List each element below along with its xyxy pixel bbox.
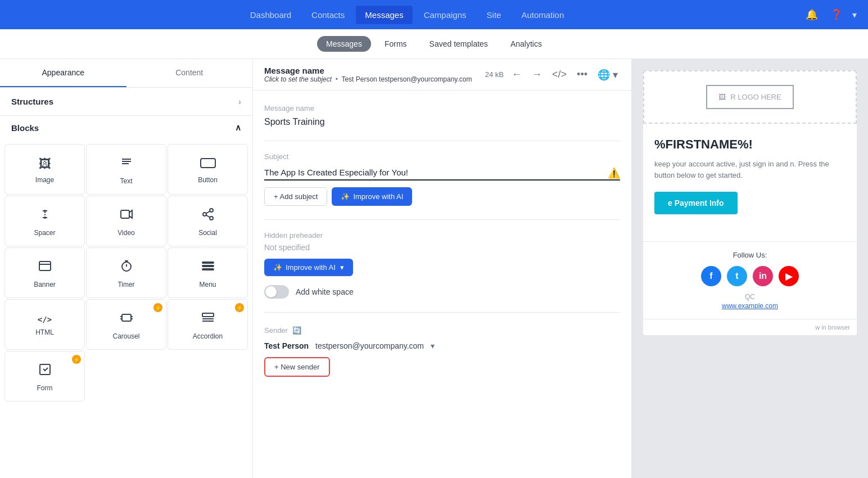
sub-navigation: Messages Forms Saved templates Analytics [0, 29, 868, 59]
subnav-forms[interactable]: Forms [376, 36, 416, 52]
logo-icon: 🖼 [718, 93, 726, 101]
nav-link-automation[interactable]: Automation [512, 6, 573, 24]
message-name-section: Message name Sports Training [264, 104, 620, 127]
improve-ai-preheader-button[interactable]: ✨ Improve with AI ▾ [264, 259, 353, 276]
message-header-info: Message name Click to set the subject • … [264, 66, 472, 83]
svg-rect-24 [202, 269, 214, 270]
block-form-label: Form [37, 384, 53, 392]
subject-actions: + Add subject ✨ Improve with AI [264, 187, 620, 206]
block-banner[interactable]: Banner [4, 247, 85, 298]
refresh-icon[interactable]: 🔄 [292, 326, 301, 335]
tab-content[interactable]: Content [126, 59, 253, 87]
message-name-value: Sports Training [264, 117, 620, 127]
preheader-section: Hidden preheader Not specified ✨ Improve… [264, 231, 620, 299]
preview-heading: %FIRSTNAME%! [654, 137, 846, 152]
sender-dropdown-chevron-icon[interactable]: ▾ [431, 341, 435, 350]
preview-footer: w in browser [643, 319, 857, 335]
more-options-button[interactable]: ••• [575, 66, 590, 83]
instagram-icon: in [753, 266, 773, 286]
improve-ai-subject-button[interactable]: ✨ Improve with AI [332, 187, 412, 206]
profile-dropdown-chevron[interactable]: ▾ [852, 10, 857, 20]
preview-text: keep your account active, just sign in a… [654, 159, 846, 181]
structures-label: Structures [11, 97, 53, 106]
block-image[interactable]: 🖼 Image [4, 144, 85, 195]
svg-rect-23 [202, 265, 214, 267]
form-badge: ⚡ [72, 355, 81, 364]
form-panel: Message name Click to set the subject • … [253, 59, 632, 478]
preview-qc: QC [652, 293, 848, 301]
toggle-knob [265, 286, 277, 297]
nav-link-messages[interactable]: Messages [356, 6, 412, 24]
block-form[interactable]: ⚡ Form [4, 351, 85, 402]
main-layout: Appearance Content Structures › Blocks ∧… [0, 59, 868, 478]
add-subject-button[interactable]: + Add subject [264, 187, 327, 206]
white-space-toggle[interactable] [264, 285, 289, 299]
block-banner-label: Banner [34, 281, 56, 288]
blocks-header[interactable]: Blocks ∧ [0, 115, 252, 139]
block-social[interactable]: Social [168, 196, 248, 246]
preheader-value: Not specified [264, 243, 620, 252]
subnav-messages[interactable]: Messages [317, 36, 371, 52]
sidebar-tabs: Appearance Content [0, 59, 252, 88]
text-icon [120, 156, 133, 173]
accordion-icon [201, 311, 215, 328]
block-spacer[interactable]: Spacer [4, 196, 85, 246]
svg-rect-30 [202, 313, 214, 317]
top-navigation: Dashboard Contacts Messages Campaigns Si… [0, 0, 868, 29]
timer-icon [120, 259, 133, 276]
logo-text: R LOGO HERE [730, 93, 781, 101]
message-subject-hint[interactable]: Click to set the subject • Test Person t… [264, 75, 472, 83]
subnav-saved-templates[interactable]: Saved templates [421, 36, 497, 52]
nav-link-contacts[interactable]: Contacts [302, 6, 354, 24]
subject-input-row: ⚠️ [264, 165, 620, 181]
block-social-label: Social [198, 229, 217, 237]
sender-section: Sender 🔄 Test Person testperson@yourcomp… [264, 312, 620, 377]
subnav-analytics[interactable]: Analytics [501, 36, 551, 52]
help-button[interactable]: ❓ [828, 6, 846, 24]
banner-icon [38, 259, 52, 276]
nav-icon-group: 🔔 ❓ ▾ [803, 6, 857, 24]
block-html[interactable]: </> HTML [4, 299, 85, 350]
sender-label: Sender [264, 326, 288, 335]
preheader-label: Hidden preheader [264, 231, 620, 240]
block-button[interactable]: Button [168, 144, 248, 195]
block-spacer-label: Spacer [34, 229, 55, 237]
undo-button[interactable]: ← [509, 66, 524, 83]
tab-appearance[interactable]: Appearance [0, 59, 126, 87]
button-icon [200, 157, 216, 172]
block-text[interactable]: Text [86, 144, 166, 195]
blocks-chevron-icon: ∧ [235, 123, 241, 133]
language-button[interactable]: 🌐 ▾ [595, 66, 620, 83]
block-video[interactable]: Video [86, 196, 166, 246]
social-icons-row: f t in ▶ [652, 266, 848, 286]
svg-rect-9 [121, 210, 129, 218]
block-accordion[interactable]: ⚡ Accordion [168, 299, 248, 350]
code-view-button[interactable]: </> [550, 66, 569, 83]
form-divider-2 [264, 219, 620, 220]
nav-link-campaigns[interactable]: Campaigns [415, 6, 476, 24]
twitter-icon: t [727, 266, 747, 286]
new-sender-button[interactable]: + New sender [264, 357, 330, 377]
svg-rect-16 [39, 261, 51, 270]
block-button-label: Button [198, 176, 218, 184]
notification-bell-button[interactable]: 🔔 [803, 6, 821, 24]
block-menu[interactable]: Menu [168, 247, 248, 298]
preview-payment-button: e Payment Info [654, 192, 738, 214]
nav-link-site[interactable]: Site [478, 6, 510, 24]
white-space-toggle-row: Add white space [264, 285, 620, 299]
form-divider-1 [264, 141, 620, 141]
block-text-label: Text [120, 177, 132, 185]
spacer-icon [38, 208, 52, 224]
preview-website-link[interactable]: www.example.com [722, 302, 778, 310]
sender-header: Sender 🔄 [264, 326, 620, 335]
social-icon [201, 208, 215, 224]
block-timer[interactable]: Timer [86, 247, 166, 298]
subject-input[interactable] [264, 165, 620, 181]
svg-rect-3 [201, 159, 215, 168]
block-carousel[interactable]: ⚡ Carousel [86, 299, 166, 350]
nav-link-dashboard[interactable]: Dashboard [241, 6, 300, 24]
message-header-bar: Message name Click to set the subject • … [253, 59, 631, 91]
redo-button[interactable]: → [530, 66, 544, 83]
structures-header[interactable]: Structures › [0, 88, 252, 115]
block-accordion-label: Accordion [193, 332, 223, 340]
